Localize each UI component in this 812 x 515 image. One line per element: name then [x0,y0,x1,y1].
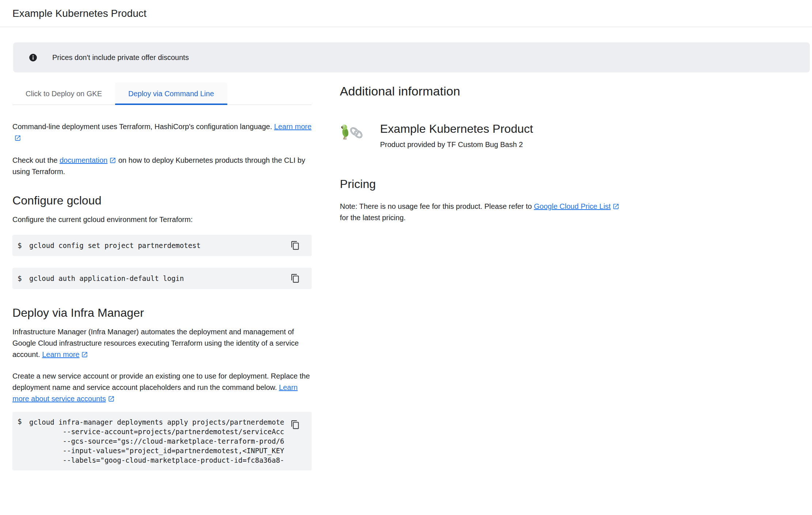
info-icon [29,53,38,62]
content-copy-icon [291,274,300,283]
content-copy-icon [291,420,300,429]
service-account-paragraph: Create a new service account or provide … [12,371,312,405]
doc-text-pre: Check out the [12,156,60,164]
page-header: Example Kubernetes Product [0,0,812,27]
main-content: Click to Deploy on GKE Deploy via Comman… [0,83,812,470]
pricing-heading: Pricing [340,177,632,191]
deploy-column: Click to Deploy on GKE Deploy via Comman… [12,83,312,470]
banner-text: Prices don't include private offer disco… [52,53,189,62]
deploy-tab-bar: Click to Deploy on GKE Deploy via Comman… [12,83,312,105]
infra-description-paragraph: Infrastructure Manager (Infra Manager) a… [12,326,312,360]
open-in-new-icon [108,395,115,402]
shell-prompt: $ [18,241,22,249]
infra-manager-heading: Deploy via Infra Manager [12,305,312,320]
product-text: Example Kubernetes Product Product provi… [380,121,533,150]
product-name: Example Kubernetes Product [380,121,533,136]
product-provided-by: Product provided by TF Custom Bug Bash 2 [380,139,533,150]
page-title: Example Kubernetes Product [12,8,147,19]
configure-gcloud-description: Configure the current gcloud environment… [12,214,312,225]
additional-information-heading: Additional information [340,83,632,99]
copy-button[interactable] [289,272,301,285]
configure-gcloud-heading: Configure gcloud [12,193,312,208]
code-block-auth-login: $ gcloud auth application-default login [12,268,312,289]
copy-button[interactable] [289,418,301,431]
shell-prompt: $ [18,417,22,425]
infra-learn-more-link[interactable]: Learn more [42,350,88,358]
product-summary: Example Kubernetes Product Product provi… [340,121,632,150]
shell-prompt: $ [18,274,22,282]
code-block-infra-manager-apply: $ gcloud infra-manager deployments apply… [12,412,312,470]
documentation-paragraph: Check out the documentation on how to de… [12,155,312,177]
price-info-banner: Prices don't include private offer disco… [13,42,810,72]
copy-button[interactable] [289,239,301,252]
pricing-note-pre: Note: There is no usage fee for this pro… [340,202,534,210]
open-in-new-icon [612,203,619,210]
content-copy-icon [291,241,300,250]
tab-click-to-deploy-gke[interactable]: Click to Deploy on GKE [12,83,115,105]
intro-paragraph: Command-line deployment uses Terraform, … [12,121,312,144]
open-in-new-icon [14,135,21,142]
documentation-link[interactable]: documentation [60,156,116,164]
pricing-note: Note: There is no usage fee for this pro… [340,201,629,223]
service-account-text: Create a new service account or provide … [12,372,310,391]
command-text: gcloud infra-manager deployments apply p… [29,417,312,465]
code-block-set-project: $ gcloud config set project partnerdemot… [12,235,312,256]
parrot-chain-emoji-logo [340,123,363,140]
intro-text: Command-line deployment uses Terraform, … [12,123,274,131]
additional-info-column: Additional information [340,83,632,470]
pricing-note-post: for the latest pricing. [340,214,406,222]
tab-deploy-via-command-line[interactable]: Deploy via Command Line [115,83,227,105]
price-list-link[interactable]: Google Cloud Price List [534,202,619,210]
command-text: gcloud auth application-default login [29,274,184,283]
open-in-new-icon [81,351,88,358]
open-in-new-icon [109,157,116,164]
command-text: gcloud config set project partnerdemotes… [29,241,201,250]
